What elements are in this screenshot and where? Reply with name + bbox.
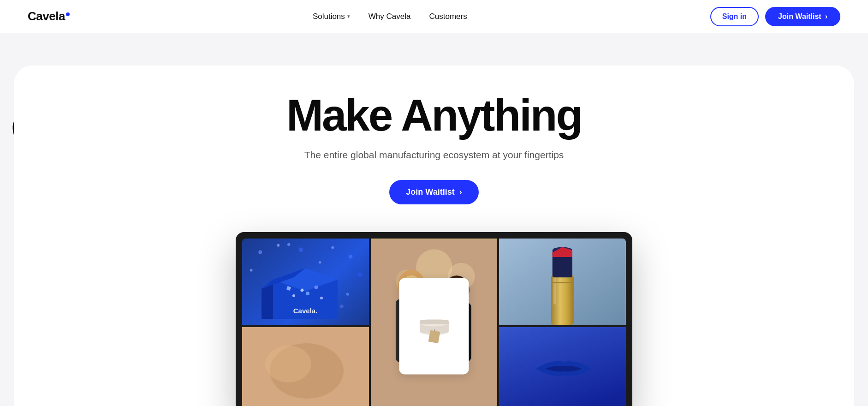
screenshot-box-cell: Cavela. <box>242 239 369 325</box>
screenshot-bottom-left-cell <box>242 327 369 406</box>
product-screenshot: Cavela. <box>14 232 854 406</box>
svg-text:Cavela.: Cavela. <box>293 307 318 315</box>
svg-point-32 <box>250 269 253 271</box>
nav-item-solutions[interactable]: Solutions ▾ <box>313 12 350 21</box>
hero-join-waitlist-button[interactable]: Join Waitlist › <box>389 180 478 204</box>
svg-point-33 <box>357 272 362 277</box>
nav-links: Solutions ▾ Why Cavela Customers <box>313 12 467 21</box>
hero-section: Make Anything The entire global manufact… <box>0 33 868 406</box>
hero-content: Make Anything The entire global manufact… <box>250 93 618 227</box>
nav-item-why-cavela[interactable]: Why Cavela <box>369 12 411 21</box>
svg-rect-65 <box>419 320 448 324</box>
svg-rect-76 <box>553 277 556 304</box>
hero-cta-arrow-icon: › <box>459 187 462 197</box>
svg-rect-67 <box>428 330 440 344</box>
screenshot-candle-overlay <box>399 278 469 374</box>
solutions-chevron-icon: ▾ <box>347 13 350 19</box>
logo-text: Cavela <box>28 9 65 24</box>
svg-point-48 <box>306 292 309 295</box>
waitlist-arrow-icon: › <box>825 12 827 21</box>
svg-point-49 <box>320 297 323 299</box>
navbar: Cavela Solutions ▾ Why Cavela Customers … <box>0 0 868 33</box>
laptop-frame: Cavela. <box>236 232 632 406</box>
hero-subtitle: The entire global manufacturing ecosyste… <box>250 148 618 162</box>
svg-point-80 <box>265 346 311 382</box>
screenshot-bottom-right-cell <box>499 327 626 406</box>
signin-button[interactable]: Sign in <box>710 7 759 26</box>
logo-dot <box>66 12 70 16</box>
svg-rect-77 <box>551 282 574 283</box>
logo[interactable]: Cavela <box>28 9 70 24</box>
hero-title: Make Anything <box>250 93 618 137</box>
screenshot-lipstick-cell <box>499 239 626 325</box>
hero-card: Make Anything The entire global manufact… <box>14 66 854 406</box>
nav-item-customers[interactable]: Customers <box>429 12 467 21</box>
join-waitlist-button[interactable]: Join Waitlist › <box>765 7 840 26</box>
svg-rect-46 <box>315 285 318 289</box>
screenshot-people-cell <box>371 239 498 406</box>
svg-point-47 <box>292 294 295 297</box>
nav-actions: Sign in Join Waitlist › <box>710 7 840 26</box>
laptop-screen: Cavela. <box>242 239 626 406</box>
